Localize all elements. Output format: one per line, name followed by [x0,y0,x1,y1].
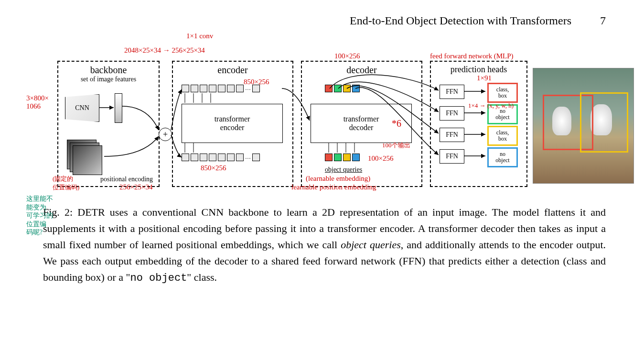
pred-out-1: class, box [487,83,518,103]
ffn-2: FFN [440,106,464,121]
annot-fixedpos: (固定的 位置编码) [53,175,79,192]
running-header: End-to-End Object Detection with Transfo… [38,14,606,27]
figure-caption: Fig. 2: DETR uses a conventional CNN bac… [43,204,606,286]
annot-encrow-bot: 850×256 [201,164,226,172]
page-number: 7 [600,14,606,27]
annot-ffnlabel: feed forward network (MLP) [430,52,514,60]
add-op-icon: + [159,128,172,141]
annot-times6: *6 [392,118,401,129]
ffn-4: FFN [440,149,464,164]
bbox-yellow [580,92,628,153]
annot-1x1conv: 1×1 conv [186,32,213,40]
ffn-1: FFN [440,85,464,99]
backbone-sub: set of image features [58,76,159,83]
annot-posdim: 256×25×34 [119,183,152,191]
running-title: End-to-End Object Detection with Transfo… [350,14,571,27]
cnn-block: CNN [65,94,99,122]
annot-learn2: learnable position embedding [291,183,376,191]
annot-learn1: (learnable embedding) [306,175,370,183]
annot-box4: 1×4 → (x, y, w, h) [468,102,514,110]
pred-out-3: class, box [487,126,518,146]
pred-out-4: no object [487,147,518,167]
positional-encoding-stack [67,140,100,173]
annot-cls91: 1×91 [477,74,492,82]
positional-encoding-label: positional encoding [100,176,153,183]
caption-text-3: " class. [187,271,217,283]
feature-column [115,93,122,123]
annot-decout: 100个输出 [382,141,410,150]
annot-imgdim: 3×800× 1066 [26,94,49,110]
caption-object-queries: object queries [341,239,401,251]
annot-dims1: 2048×25×34 → 256×25×34 [124,46,205,55]
output-image [533,68,634,184]
decoder-title: decoder [302,65,421,76]
ffn-3: FFN [440,128,464,142]
detr-architecture-diagram: backbone set of image features CNN posit… [38,32,606,195]
decoder-tokens-top [325,85,360,92]
caption-no-object: no object [130,272,187,284]
transformer-encoder-block: transformer encoder [182,104,283,143]
object-queries-label: object queries [325,166,362,174]
annot-encrow-top: 850×256 [244,78,269,86]
annot-decin: 100×256 [368,154,393,163]
prediction-heads-title: prediction heads [431,65,526,75]
annot-question: 这里能不 能变为 可学习的 位置编 码呢? [26,195,53,237]
encoder-tokens-bottom: … [182,154,260,161]
backbone-title: backbone [58,65,159,76]
decoder-tokens-bottom [325,154,360,161]
encoder-title: encoder [173,65,292,76]
annot-dec100: 100×256 [334,52,360,60]
